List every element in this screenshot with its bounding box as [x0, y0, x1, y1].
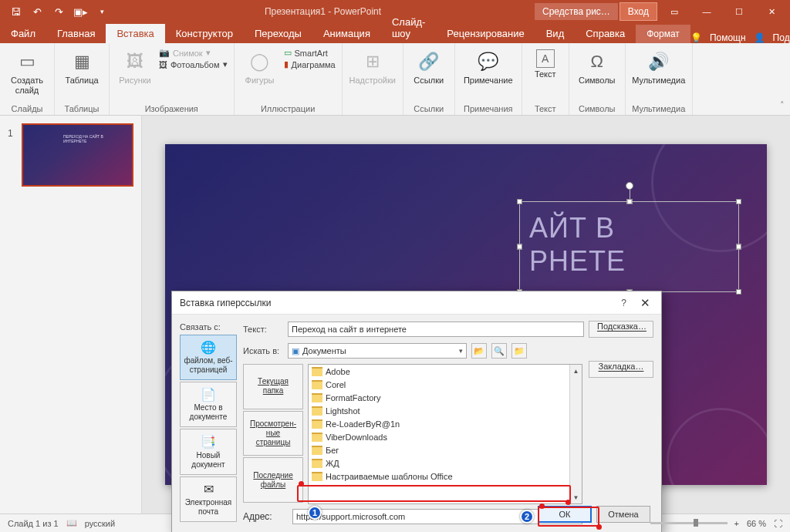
new-slide-button[interactable]: ▭ Создать слайд	[6, 46, 48, 95]
tab-format[interactable]: Формат	[636, 25, 690, 43]
tab-insert[interactable]: Вставка	[106, 24, 164, 43]
addins-label: Надстройки	[349, 76, 396, 86]
up-folder-button[interactable]: 📂	[471, 343, 487, 359]
textbox-text: АЙТ В РНЕТЕ	[520, 202, 738, 287]
dialog-close-icon[interactable]: ✕	[637, 296, 653, 310]
tab-file[interactable]: Файл	[0, 24, 46, 43]
ribbon-options-icon[interactable]: ▭	[659, 0, 690, 23]
ribbon-collapse-icon[interactable]: ˄	[775, 43, 790, 115]
link-tab-place[interactable]: 📄 Место в документе	[180, 382, 237, 427]
email-icon: ✉	[204, 482, 214, 497]
browse-web-button[interactable]: 🔍	[491, 343, 507, 359]
resize-handle[interactable]	[626, 199, 632, 204]
resize-handle[interactable]	[736, 289, 741, 295]
link-tab-new-doc[interactable]: 📑 Новый документ	[180, 429, 237, 474]
contextual-tab[interactable]: Средства рис…	[535, 3, 618, 20]
tab-help[interactable]: Справка	[575, 24, 636, 43]
scroll-down-icon[interactable]: ▼	[570, 491, 582, 503]
save-icon[interactable]: 🖫	[6, 2, 25, 21]
spellcheck-icon[interactable]: 📖	[66, 518, 77, 528]
addins-button[interactable]: ⊞ Надстройки	[349, 46, 397, 86]
file-row[interactable]: Настраиваемые шаблоны Office	[309, 470, 582, 483]
zoom-knob[interactable]	[694, 519, 698, 527]
tab-view[interactable]: Вид	[535, 24, 576, 43]
share-button[interactable]: Поделиться	[773, 32, 790, 43]
login-button[interactable]: Вход	[620, 2, 657, 21]
file-list[interactable]: AdobeCorelFormatFactoryLightshotRe-Loade…	[308, 364, 582, 504]
file-row[interactable]: Re-LoaderByR@1n	[309, 417, 582, 430]
zoom-in-icon[interactable]: +	[734, 519, 738, 528]
file-row[interactable]: Adobe	[309, 365, 582, 378]
comment-button[interactable]: 💬 Примечание	[461, 46, 515, 86]
browse-tab-current[interactable]: Текущая папка	[243, 364, 303, 409]
file-row[interactable]: Бег	[309, 443, 582, 456]
media-button[interactable]: 🔊 Мультимедиа	[632, 46, 686, 86]
shapes-button[interactable]: ◯ Фигуры	[241, 46, 279, 86]
screen-tip-button[interactable]: Подсказка…	[589, 321, 653, 338]
file-row[interactable]: FormatFactory	[309, 391, 582, 404]
link-tab-existing[interactable]: 🌐 файлом, веб- страницей	[180, 335, 237, 380]
tab-review[interactable]: Рецензирование	[436, 24, 535, 43]
cancel-button[interactable]: Отмена	[596, 506, 650, 523]
tab-slideshow[interactable]: Слайд-шоу	[381, 12, 436, 43]
tell-me[interactable]: Помощн	[710, 32, 746, 43]
help-icon[interactable]: ?	[621, 298, 626, 308]
start-from-beginning-icon[interactable]: ▣▸	[71, 2, 89, 21]
language[interactable]: русский	[85, 519, 115, 528]
group-images: 🖼 Рисунки 📷Снимок ▾ 🖼Фотоальбом ▾ Изобра…	[110, 43, 235, 115]
zoom-level[interactable]: 66 %	[747, 519, 766, 528]
maximize-icon[interactable]: ☐	[724, 0, 755, 23]
links-button[interactable]: 🔗 Ссылки	[410, 46, 448, 86]
group-tables: ▦ Таблица Таблицы	[55, 43, 110, 115]
tab-design[interactable]: Конструктор	[165, 24, 244, 43]
file-row[interactable]: ЖД	[309, 456, 582, 470]
zoom-slider[interactable]	[650, 522, 728, 524]
minimize-icon[interactable]: —	[691, 0, 722, 23]
thumbnail-pane[interactable]: 1 ПЕРЕХОД НА САЙТ В ИНТЕРНЕТЕ	[0, 116, 142, 513]
look-in-combo[interactable]: ▣ Документы ▾	[288, 343, 467, 359]
scrollbar[interactable]: ▲ ▼	[569, 365, 582, 503]
text-button[interactable]: A Текст	[528, 46, 562, 79]
dialog-titlebar[interactable]: Вставка гиперссылки ? ✕	[172, 291, 661, 315]
group-symbols: Ω Символы Символы	[569, 43, 626, 115]
smartart-item[interactable]: ▭SmartArt	[284, 48, 336, 58]
tab-home[interactable]: Главная	[46, 24, 106, 43]
redo-icon[interactable]: ↷	[49, 2, 68, 21]
scroll-up-icon[interactable]: ▲	[570, 365, 582, 377]
fit-to-window-icon[interactable]: ⛶	[774, 519, 782, 528]
file-row[interactable]: ViberDownloads	[309, 430, 582, 443]
screenshot-item[interactable]: 📷Снимок ▾	[159, 48, 228, 58]
tab-transitions[interactable]: Переходы	[244, 24, 312, 43]
resize-handle[interactable]	[736, 244, 741, 250]
table-button[interactable]: ▦ Таблица	[61, 46, 103, 86]
resize-handle[interactable]	[736, 199, 741, 204]
photoalbum-item[interactable]: 🖼Фотоальбом ▾	[159, 59, 228, 69]
quick-access-toolbar: 🖫 ↶ ↷ ▣▸ ▾	[0, 2, 111, 21]
bookmark-button[interactable]: Закладка…	[589, 361, 653, 378]
qat-dropdown-icon[interactable]: ▾	[93, 2, 111, 21]
file-row[interactable]: Lightshot	[309, 404, 582, 417]
slide-count[interactable]: Слайд 1 из 1	[8, 519, 59, 528]
close-icon[interactable]: ✕	[756, 0, 787, 23]
new-doc-icon: 📑	[201, 434, 216, 449]
group-images-label: Изображения	[116, 103, 228, 113]
chevron-down-icon[interactable]: ▾	[459, 347, 463, 355]
selected-textbox[interactable]: АЙТ В РНЕТЕ	[519, 201, 739, 292]
ok-button[interactable]: ОК	[538, 506, 592, 523]
resize-handle[interactable]	[517, 199, 522, 204]
tab-animations[interactable]: Анимация	[312, 24, 381, 43]
rotate-handle[interactable]	[626, 182, 633, 190]
browse-file-button[interactable]: 📁	[511, 343, 527, 359]
browse-tab-recent[interactable]: Последние файлы	[243, 457, 303, 503]
chart-item[interactable]: ▮Диаграмма	[284, 59, 336, 69]
link-tab-email[interactable]: ✉ Электронная почта	[180, 476, 237, 522]
file-row[interactable]: Corel	[309, 378, 582, 391]
pictures-button[interactable]: 🖼 Рисунки	[116, 46, 154, 86]
text-input[interactable]: Переход на сайт в интернете	[288, 322, 584, 337]
browse-tab-browsed[interactable]: Просмотрен- ные страницы	[243, 411, 303, 456]
undo-icon[interactable]: ↶	[28, 2, 46, 21]
symbols-button[interactable]: Ω Символы	[576, 46, 619, 86]
resize-handle[interactable]	[517, 244, 522, 250]
group-slides: ▭ Создать слайд Слайды	[0, 43, 55, 115]
slide-thumbnail[interactable]: ПЕРЕХОД НА САЙТ В ИНТЕРНЕТЕ	[22, 123, 133, 187]
